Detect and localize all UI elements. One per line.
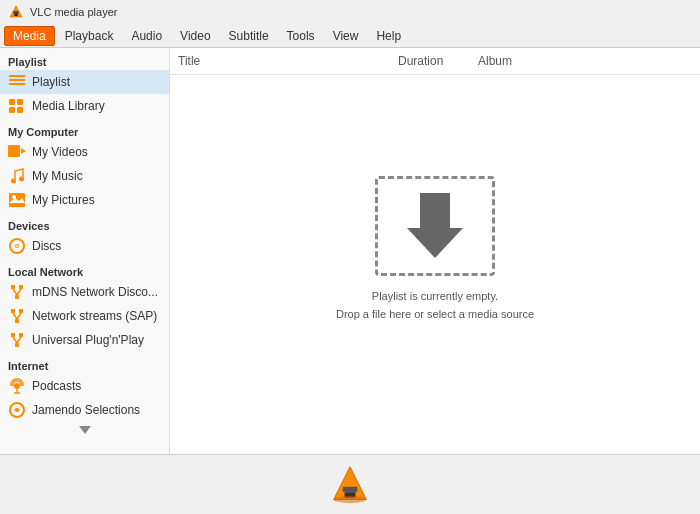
svg-rect-3: [9, 75, 25, 77]
sidebar-item-podcasts[interactable]: Podcasts: [0, 374, 169, 398]
menu-bar: Media Playback Audio Video Subtitle Tool…: [0, 24, 700, 48]
sidebar-item-my-music-label: My Music: [32, 169, 83, 183]
sidebar-section-playlist: Playlist: [0, 48, 169, 70]
vlc-cone-icon: [330, 465, 370, 505]
music-icon: [8, 167, 26, 185]
svg-rect-9: [17, 107, 23, 113]
sidebar-item-discs[interactable]: Discs: [0, 234, 169, 258]
content-area: Title Duration Album Playlist is current…: [170, 48, 700, 454]
sidebar-item-playlist[interactable]: Playlist: [0, 70, 169, 94]
col-album-header: Album: [478, 54, 512, 68]
svg-point-13: [19, 177, 24, 182]
sidebar-item-mdns[interactable]: mDNS Network Disco...: [0, 280, 169, 304]
network-streams-icon: [8, 307, 26, 325]
col-title-header: Title: [178, 54, 398, 68]
menu-subtitle[interactable]: Subtitle: [221, 27, 277, 45]
sidebar-item-my-music[interactable]: My Music: [0, 164, 169, 188]
sidebar-item-jamendo[interactable]: Jamendo Selections: [0, 398, 169, 422]
sidebar-scroll-down[interactable]: [0, 422, 169, 438]
svg-rect-8: [9, 107, 15, 113]
sidebar-item-playlist-label: Playlist: [32, 75, 70, 89]
sidebar-item-media-library-label: Media Library: [32, 99, 105, 113]
svg-rect-30: [11, 333, 15, 337]
svg-marker-11: [21, 148, 26, 154]
disc-icon: [8, 237, 26, 255]
menu-help[interactable]: Help: [368, 27, 409, 45]
svg-rect-21: [19, 285, 23, 289]
svg-rect-1: [14, 13, 18, 16]
menu-tools[interactable]: Tools: [279, 27, 323, 45]
svg-rect-6: [9, 99, 15, 105]
svg-line-34: [17, 337, 21, 343]
svg-rect-10: [8, 145, 20, 157]
svg-rect-31: [19, 333, 23, 337]
drop-arrow: [407, 193, 463, 258]
svg-rect-25: [11, 309, 15, 313]
svg-point-43: [334, 495, 367, 502]
sidebar-item-discs-label: Discs: [32, 239, 61, 253]
playlist-icon: [8, 73, 26, 91]
svg-line-28: [13, 313, 17, 319]
content-header: Title Duration Album: [170, 48, 700, 75]
col-duration-header: Duration: [398, 54, 478, 68]
sidebar-section-local-network: Local Network: [0, 258, 169, 280]
pictures-icon: [8, 191, 26, 209]
svg-rect-4: [9, 79, 25, 81]
sidebar-item-network-streams[interactable]: Network streams (SAP): [0, 304, 169, 328]
sidebar-item-upnp-label: Universal Plug'n'Play: [32, 333, 144, 347]
svg-rect-42: [343, 486, 358, 491]
playlist-empty-state: Playlist is currently empty. Drop a file…: [170, 75, 700, 454]
sidebar-item-my-pictures[interactable]: My Pictures: [0, 188, 169, 212]
menu-video[interactable]: Video: [172, 27, 218, 45]
svg-marker-39: [79, 426, 91, 434]
svg-rect-7: [17, 99, 23, 105]
drop-zone[interactable]: [375, 176, 495, 276]
svg-point-35: [14, 383, 20, 389]
svg-line-33: [13, 337, 17, 343]
menu-audio[interactable]: Audio: [123, 27, 170, 45]
sidebar-section-internet: Internet: [0, 352, 169, 374]
sidebar-item-mdns-label: mDNS Network Disco...: [32, 285, 158, 299]
menu-view[interactable]: View: [325, 27, 367, 45]
svg-rect-26: [19, 309, 23, 313]
svg-rect-22: [15, 295, 19, 299]
svg-line-24: [17, 289, 21, 295]
sidebar-section-my-computer: My Computer: [0, 118, 169, 140]
title-bar-text: VLC media player: [30, 6, 117, 18]
jamendo-icon: [8, 401, 26, 419]
sidebar: Playlist Playlist Media Library: [0, 48, 170, 454]
sidebar-item-upnp[interactable]: Universal Plug'n'Play: [0, 328, 169, 352]
title-bar: VLC media player: [0, 0, 700, 24]
sidebar-item-jamendo-label: Jamendo Selections: [32, 403, 140, 417]
podcast-icon: [8, 377, 26, 395]
sidebar-item-network-streams-label: Network streams (SAP): [32, 309, 157, 323]
sidebar-item-media-library[interactable]: Media Library: [0, 94, 169, 118]
menu-media[interactable]: Media: [4, 26, 55, 46]
main-area: Playlist Playlist Media Library: [0, 48, 700, 454]
svg-line-23: [13, 289, 17, 295]
svg-rect-20: [11, 285, 15, 289]
upnp-icon: [8, 331, 26, 349]
bottom-bar: [0, 454, 700, 514]
drop-text: Playlist is currently empty. Drop a file…: [336, 288, 534, 323]
sidebar-item-my-videos-label: My Videos: [32, 145, 88, 159]
svg-line-29: [17, 313, 21, 319]
svg-rect-5: [9, 83, 25, 85]
svg-point-12: [11, 179, 16, 184]
video-icon: [8, 143, 26, 161]
sidebar-section-devices: Devices: [0, 212, 169, 234]
svg-point-19: [16, 245, 18, 247]
svg-rect-32: [15, 343, 19, 347]
svg-rect-2: [13, 11, 19, 13]
sidebar-item-my-videos[interactable]: My Videos: [0, 140, 169, 164]
menu-playback[interactable]: Playback: [57, 27, 122, 45]
sidebar-item-my-pictures-label: My Pictures: [32, 193, 95, 207]
vlc-logo-small: [8, 4, 24, 20]
media-library-icon: [8, 97, 26, 115]
network-mdns-icon: [8, 283, 26, 301]
svg-rect-27: [15, 319, 19, 323]
sidebar-item-podcasts-label: Podcasts: [32, 379, 81, 393]
